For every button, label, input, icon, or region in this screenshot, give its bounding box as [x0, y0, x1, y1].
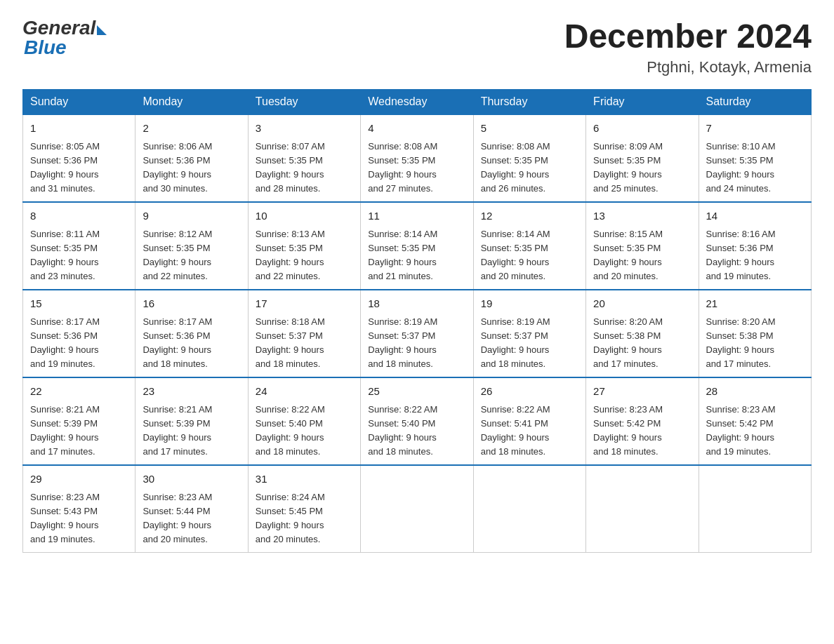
day-info: Sunrise: 8:17 AMSunset: 5:36 PMDaylight:… — [143, 315, 240, 372]
table-row: 22Sunrise: 8:21 AMSunset: 5:39 PMDayligh… — [23, 377, 135, 465]
table-row: 27Sunrise: 8:23 AMSunset: 5:42 PMDayligh… — [586, 377, 699, 465]
table-row: 4Sunrise: 8:08 AMSunset: 5:35 PMDaylight… — [361, 114, 473, 202]
day-number: 27 — [593, 384, 691, 400]
table-row: 26Sunrise: 8:22 AMSunset: 5:41 PMDayligh… — [473, 377, 585, 465]
header-wednesday: Wednesday — [361, 90, 473, 115]
table-row: 16Sunrise: 8:17 AMSunset: 5:36 PMDayligh… — [135, 290, 248, 377]
logo-arrow-icon — [97, 25, 107, 35]
day-number: 17 — [256, 296, 353, 312]
day-number: 9 — [143, 208, 240, 224]
table-row: 20Sunrise: 8:20 AMSunset: 5:38 PMDayligh… — [586, 290, 699, 377]
day-info: Sunrise: 8:22 AMSunset: 5:40 PMDaylight:… — [368, 403, 465, 459]
title-block: December 2024 Ptghni, Kotayk, Armenia — [564, 17, 812, 76]
table-row: 12Sunrise: 8:14 AMSunset: 5:35 PMDayligh… — [473, 202, 585, 290]
day-number: 21 — [706, 296, 804, 312]
table-row: 1Sunrise: 8:05 AMSunset: 5:36 PMDaylight… — [23, 114, 135, 202]
table-row: 2Sunrise: 8:06 AMSunset: 5:36 PMDaylight… — [135, 114, 248, 202]
table-row: 31Sunrise: 8:24 AMSunset: 5:45 PMDayligh… — [248, 465, 360, 553]
day-number: 30 — [143, 471, 240, 488]
day-info: Sunrise: 8:21 AMSunset: 5:39 PMDaylight:… — [30, 403, 128, 459]
month-title: December 2024 — [564, 17, 812, 55]
day-info: Sunrise: 8:19 AMSunset: 5:37 PMDaylight:… — [481, 315, 578, 372]
header-sunday: Sunday — [23, 90, 135, 115]
day-number: 25 — [368, 384, 465, 400]
day-number: 4 — [368, 121, 465, 137]
day-info: Sunrise: 8:09 AMSunset: 5:35 PMDaylight:… — [593, 140, 691, 196]
table-row: 14Sunrise: 8:16 AMSunset: 5:36 PMDayligh… — [699, 202, 811, 290]
day-info: Sunrise: 8:23 AMSunset: 5:43 PMDaylight:… — [30, 490, 128, 547]
table-row: 17Sunrise: 8:18 AMSunset: 5:37 PMDayligh… — [248, 290, 360, 377]
day-number: 14 — [706, 208, 804, 224]
day-number: 24 — [256, 384, 353, 400]
table-row: 5Sunrise: 8:08 AMSunset: 5:35 PMDaylight… — [473, 114, 585, 202]
day-number: 1 — [30, 121, 128, 137]
day-number: 11 — [368, 208, 465, 224]
day-number: 18 — [368, 296, 465, 312]
day-number: 19 — [481, 296, 578, 312]
calendar-header-row: Sunday Monday Tuesday Wednesday Thursday… — [23, 90, 812, 115]
header-monday: Monday — [135, 90, 248, 115]
day-number: 6 — [593, 121, 691, 137]
table-row: 13Sunrise: 8:15 AMSunset: 5:35 PMDayligh… — [586, 202, 699, 290]
logo: General Blue — [22, 17, 107, 59]
day-info: Sunrise: 8:10 AMSunset: 5:35 PMDaylight:… — [706, 140, 804, 196]
table-row: 6Sunrise: 8:09 AMSunset: 5:35 PMDaylight… — [586, 114, 699, 202]
table-row: 11Sunrise: 8:14 AMSunset: 5:35 PMDayligh… — [361, 202, 473, 290]
day-info: Sunrise: 8:08 AMSunset: 5:35 PMDaylight:… — [481, 140, 578, 196]
day-number: 7 — [706, 121, 804, 137]
day-number: 20 — [593, 296, 691, 312]
day-number: 31 — [256, 471, 353, 488]
day-info: Sunrise: 8:23 AMSunset: 5:44 PMDaylight:… — [143, 490, 240, 547]
page-header: General Blue December 2024 Ptghni, Kotay… — [22, 17, 812, 76]
day-info: Sunrise: 8:19 AMSunset: 5:37 PMDaylight:… — [368, 315, 465, 372]
location-subtitle: Ptghni, Kotayk, Armenia — [564, 58, 812, 76]
day-info: Sunrise: 8:12 AMSunset: 5:35 PMDaylight:… — [143, 227, 240, 284]
header-tuesday: Tuesday — [248, 90, 360, 115]
table-row: 3Sunrise: 8:07 AMSunset: 5:35 PMDaylight… — [248, 114, 360, 202]
table-row — [586, 465, 699, 553]
header-friday: Friday — [586, 90, 699, 115]
table-row: 28Sunrise: 8:23 AMSunset: 5:42 PMDayligh… — [699, 377, 811, 465]
table-row — [473, 465, 585, 553]
day-info: Sunrise: 8:20 AMSunset: 5:38 PMDaylight:… — [593, 315, 691, 372]
table-row: 8Sunrise: 8:11 AMSunset: 5:35 PMDaylight… — [23, 202, 135, 290]
day-info: Sunrise: 8:05 AMSunset: 5:36 PMDaylight:… — [30, 140, 128, 196]
day-info: Sunrise: 8:06 AMSunset: 5:36 PMDaylight:… — [143, 140, 240, 196]
day-number: 29 — [30, 471, 128, 488]
day-info: Sunrise: 8:17 AMSunset: 5:36 PMDaylight:… — [30, 315, 128, 372]
day-info: Sunrise: 8:20 AMSunset: 5:38 PMDaylight:… — [706, 315, 804, 372]
table-row: 19Sunrise: 8:19 AMSunset: 5:37 PMDayligh… — [473, 290, 585, 377]
day-info: Sunrise: 8:21 AMSunset: 5:39 PMDaylight:… — [143, 403, 240, 459]
day-number: 2 — [143, 121, 240, 137]
day-info: Sunrise: 8:24 AMSunset: 5:45 PMDaylight:… — [256, 490, 353, 547]
header-thursday: Thursday — [473, 90, 585, 115]
calendar-week-row: 8Sunrise: 8:11 AMSunset: 5:35 PMDaylight… — [23, 202, 812, 290]
logo-blue-text: Blue — [22, 36, 67, 59]
day-info: Sunrise: 8:14 AMSunset: 5:35 PMDaylight:… — [481, 227, 578, 284]
day-number: 16 — [143, 296, 240, 312]
day-number: 5 — [481, 121, 578, 137]
table-row — [361, 465, 473, 553]
table-row: 23Sunrise: 8:21 AMSunset: 5:39 PMDayligh… — [135, 377, 248, 465]
day-number: 28 — [706, 384, 804, 400]
day-info: Sunrise: 8:22 AMSunset: 5:41 PMDaylight:… — [481, 403, 578, 459]
day-number: 23 — [143, 384, 240, 400]
table-row: 9Sunrise: 8:12 AMSunset: 5:35 PMDaylight… — [135, 202, 248, 290]
calendar-week-row: 29Sunrise: 8:23 AMSunset: 5:43 PMDayligh… — [23, 465, 812, 553]
day-number: 13 — [593, 208, 691, 224]
day-info: Sunrise: 8:11 AMSunset: 5:35 PMDaylight:… — [30, 227, 128, 284]
table-row: 21Sunrise: 8:20 AMSunset: 5:38 PMDayligh… — [699, 290, 811, 377]
day-number: 15 — [30, 296, 128, 312]
header-saturday: Saturday — [699, 90, 811, 115]
day-info: Sunrise: 8:07 AMSunset: 5:35 PMDaylight:… — [256, 140, 353, 196]
day-number: 3 — [256, 121, 353, 137]
table-row: 15Sunrise: 8:17 AMSunset: 5:36 PMDayligh… — [23, 290, 135, 377]
table-row: 18Sunrise: 8:19 AMSunset: 5:37 PMDayligh… — [361, 290, 473, 377]
calendar-week-row: 15Sunrise: 8:17 AMSunset: 5:36 PMDayligh… — [23, 290, 812, 377]
table-row: 25Sunrise: 8:22 AMSunset: 5:40 PMDayligh… — [361, 377, 473, 465]
table-row: 29Sunrise: 8:23 AMSunset: 5:43 PMDayligh… — [23, 465, 135, 553]
table-row — [699, 465, 811, 553]
day-info: Sunrise: 8:18 AMSunset: 5:37 PMDaylight:… — [256, 315, 353, 372]
day-info: Sunrise: 8:15 AMSunset: 5:35 PMDaylight:… — [593, 227, 691, 284]
day-info: Sunrise: 8:23 AMSunset: 5:42 PMDaylight:… — [593, 403, 691, 459]
